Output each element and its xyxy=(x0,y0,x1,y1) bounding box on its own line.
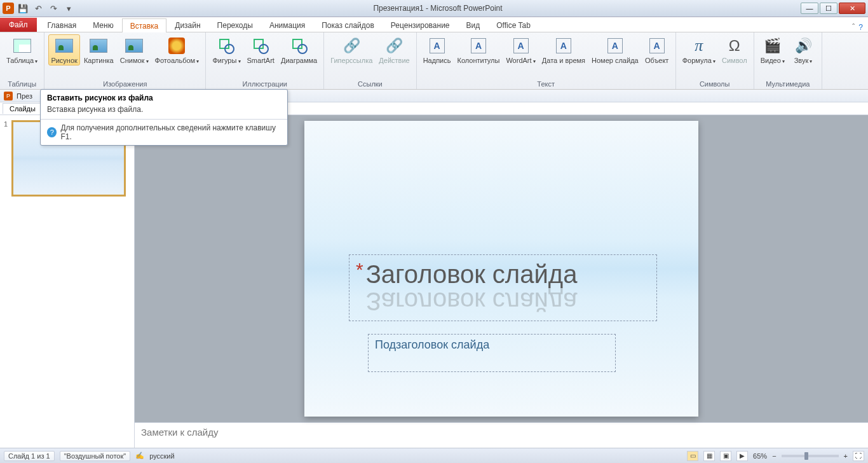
help-icon[interactable]: ? xyxy=(858,23,863,32)
date-time-button[interactable]: AДата и время xyxy=(539,34,588,66)
group-символы: πФормула ▾ΩСимволСимволы xyxy=(676,32,754,89)
screenshot-button[interactable]: Снимок ▾ xyxy=(118,34,151,66)
redo-icon[interactable]: ↷ xyxy=(47,2,60,15)
slideshow-view-button[interactable]: ▶ xyxy=(736,451,748,461)
zoom-slider[interactable] xyxy=(782,455,839,457)
status-theme[interactable]: "Воздушный поток" xyxy=(60,451,131,461)
shapes-button-label: Фигуры ▾ xyxy=(212,57,240,65)
info-icon: ? xyxy=(47,127,57,137)
equation-icon: π xyxy=(689,36,709,56)
subtitle-placeholder[interactable]: Подзаголовок слайда xyxy=(368,334,616,372)
photo-album-icon xyxy=(166,36,187,56)
tab-вид[interactable]: Вид xyxy=(458,18,489,32)
title-text[interactable]: Заголовок слайда Заголовок слайда xyxy=(366,260,578,289)
symbol-icon: Ω xyxy=(724,36,745,56)
equation-button[interactable]: πФормула ▾ xyxy=(680,34,718,66)
photo-album-button[interactable]: Фотоальбом ▾ xyxy=(153,34,202,66)
title-text-content: Заголовок слайда xyxy=(366,260,578,288)
video-button-label: Видео ▾ xyxy=(761,57,785,65)
chart-button[interactable]: Диаграмма xyxy=(278,34,320,66)
close-button[interactable]: ✕ xyxy=(839,3,865,14)
group-label: Иллюстрации xyxy=(210,79,320,88)
zoom-in-button[interactable]: + xyxy=(844,452,848,460)
symbol-button: ΩСимвол xyxy=(719,34,750,66)
ribbon-minimize-icon[interactable]: ˆ xyxy=(852,23,855,32)
slide-number-button[interactable]: AНомер слайда xyxy=(589,34,641,66)
audio-button[interactable]: 🔊Звук ▾ xyxy=(789,34,818,66)
status-bar: Слайд 1 из 1 "Воздушный поток" ✍ русский… xyxy=(0,448,868,463)
clip-art-button[interactable]: Картинка xyxy=(81,34,116,66)
slide[interactable]: * Заголовок слайда Заголовок слайда Подз… xyxy=(304,121,698,417)
undo-icon[interactable]: ↶ xyxy=(32,2,44,15)
textbox-button-label: Надпись xyxy=(423,57,451,64)
picture-icon xyxy=(54,36,74,56)
canvas-area[interactable]: * Заголовок слайда Заголовок слайда Подз… xyxy=(135,115,868,422)
tab-office-tab[interactable]: Office Tab xyxy=(488,18,539,32)
textbox-button[interactable]: AНадпись xyxy=(421,34,454,66)
status-slide-position[interactable]: Слайд 1 из 1 xyxy=(4,451,55,461)
zoom-out-button[interactable]: − xyxy=(772,452,776,460)
slides-tab[interactable]: Слайды xyxy=(3,103,43,114)
smartart-button-label: SmartArt xyxy=(247,57,275,64)
tab-вставка[interactable]: Вставка xyxy=(122,18,167,32)
maximize-button[interactable]: ☐ xyxy=(820,3,837,14)
table-button[interactable]: Таблица ▾ xyxy=(4,34,40,66)
slide-number: 1 xyxy=(4,120,8,197)
window-title: Презентация1 - Microsoft PowerPoint xyxy=(75,4,801,13)
tab-показ-слайдов[interactable]: Показ слайдов xyxy=(313,18,383,32)
reading-view-button[interactable]: ▣ xyxy=(720,451,731,461)
shapes-icon xyxy=(216,36,236,56)
app-icon[interactable]: P xyxy=(3,3,14,14)
qat-dropdown-icon[interactable]: ▾ xyxy=(62,2,75,15)
document-name[interactable]: През xyxy=(17,92,32,100)
bullet-icon: * xyxy=(356,260,363,279)
tab-анимация[interactable]: Анимация xyxy=(261,18,313,32)
fit-to-window-button[interactable]: ⛶ xyxy=(853,451,864,461)
group-label: Мультимедиа xyxy=(758,79,818,88)
title-bar: P 💾 ↶ ↷ ▾ Презентация1 - Microsoft Power… xyxy=(0,0,868,17)
wordart-button[interactable]: AWordArt ▾ xyxy=(503,34,538,66)
clip-art-button-label: Картинка xyxy=(84,57,114,64)
action-button: 🔗Действие xyxy=(376,34,412,66)
spellcheck-icon[interactable]: ✍ xyxy=(135,452,144,460)
tab-рецензирование[interactable]: Рецензирование xyxy=(383,18,458,32)
quick-access-toolbar: P 💾 ↶ ↷ ▾ xyxy=(3,2,75,15)
group-текст: AНадписьAКолонтитулыAWordArt ▾AДата и вр… xyxy=(417,32,676,89)
equation-button-label: Формула ▾ xyxy=(682,57,715,65)
workspace: 1 * Заголовок слайда Заголовок слайда По… xyxy=(0,115,868,448)
save-icon[interactable]: 💾 xyxy=(17,2,29,15)
tab-главная[interactable]: Главная xyxy=(39,18,85,32)
editor-area: * Заголовок слайда Заголовок слайда Подз… xyxy=(135,115,868,448)
status-zoom-level[interactable]: 65% xyxy=(753,452,767,460)
smartart-button[interactable]: SmartArt xyxy=(245,34,277,66)
title-placeholder[interactable]: * Заголовок слайда Заголовок слайда xyxy=(349,254,657,321)
status-language[interactable]: русский xyxy=(149,452,174,460)
date-time-icon: A xyxy=(553,36,574,56)
slide-number-icon: A xyxy=(605,36,625,56)
notes-pane[interactable]: Заметки к слайду xyxy=(135,422,868,448)
picture-button-label: Рисунок xyxy=(51,57,78,64)
textbox-icon: A xyxy=(427,36,447,56)
file-tab[interactable]: Файл xyxy=(0,18,37,32)
normal-view-button[interactable]: ▭ xyxy=(687,451,698,461)
tooltip: Вставить рисунок из файла Вставка рисунк… xyxy=(40,89,288,146)
video-button[interactable]: 🎬Видео ▾ xyxy=(758,34,787,66)
group-иллюстрации: Фигуры ▾SmartArtДиаграммаИллюстрации xyxy=(206,32,324,89)
tab-дизайн[interactable]: Дизайн xyxy=(166,18,208,32)
slide-panel[interactable]: 1 xyxy=(0,115,135,448)
tab-меню[interactable]: Меню xyxy=(85,18,121,32)
chart-button-label: Диаграмма xyxy=(281,57,317,64)
sorter-view-button[interactable]: ▦ xyxy=(703,451,715,461)
picture-button[interactable]: Рисунок xyxy=(48,34,80,66)
wordart-button-label: WordArt ▾ xyxy=(506,57,535,65)
audio-button-label: Звук ▾ xyxy=(794,57,813,65)
window-controls: — ☐ ✕ xyxy=(801,3,865,14)
object-button[interactable]: AОбъект xyxy=(642,34,672,66)
header-footer-button[interactable]: AКолонтитулы xyxy=(454,34,502,66)
minimize-button[interactable]: — xyxy=(801,3,818,14)
tab-переходы[interactable]: Переходы xyxy=(209,18,261,32)
shapes-button[interactable]: Фигуры ▾ xyxy=(210,34,243,66)
group-label: Таблицы xyxy=(4,79,40,88)
header-footer-button-label: Колонтитулы xyxy=(457,57,499,64)
ribbon: Таблица ▾ТаблицыРисунокКартинкаСнимок ▾Ф… xyxy=(0,32,868,90)
